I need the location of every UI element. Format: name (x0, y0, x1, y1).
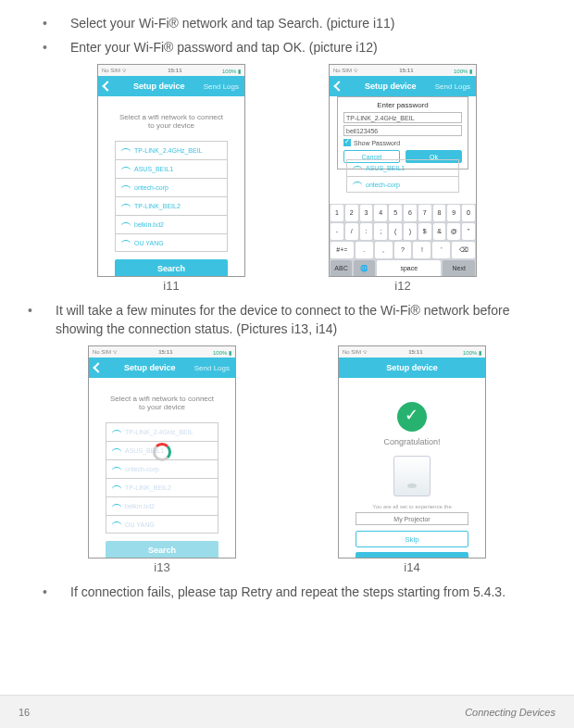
key[interactable]: " (462, 223, 475, 240)
wifi-list: TP-LINK_2.4GHz_BEIL ASUS_BEIL1 ontech-co… (89, 422, 235, 533)
bullet-text: Select your Wi-Fi® network and tap Searc… (70, 15, 552, 33)
send-logs-link[interactable]: Send Logs (204, 82, 239, 91)
wifi-icon (112, 446, 121, 456)
status-time: 15:11 (158, 349, 172, 355)
key[interactable]: 0 (462, 205, 475, 221)
topbar-title: Setup device (346, 82, 435, 91)
key[interactable]: 1 (331, 205, 343, 221)
congrats-subtext: You are all set to experience the (339, 504, 485, 509)
status-battery: 100% ▮ (463, 349, 481, 356)
key[interactable]: $ (418, 223, 431, 240)
back-icon[interactable] (102, 82, 112, 92)
status-left: No SIM ᯤ (102, 68, 128, 73)
key[interactable]: ? (394, 242, 412, 258)
wifi-item: TP-LINK_2.4GHz_BEIL (106, 422, 218, 441)
key[interactable]: ; (374, 223, 387, 240)
key[interactable]: 6 (404, 205, 417, 221)
key-globe[interactable]: 🌐 (354, 260, 375, 277)
onscreen-keyboard[interactable]: 1234567890 -/:;()$&@" #+= .,?!' ⌫ ABC 🌐 … (330, 204, 476, 276)
key[interactable]: 5 (389, 205, 402, 221)
skip-button[interactable]: Skip (356, 531, 468, 547)
caption: i12 (329, 279, 477, 293)
key[interactable]: - (331, 223, 343, 240)
wifi-item[interactable]: ontech-corp (115, 178, 228, 196)
key[interactable]: , (375, 242, 393, 258)
wifi-icon (121, 220, 131, 230)
wifi-icon (353, 180, 362, 189)
wifi-icon (121, 146, 131, 156)
wifi-ssid: TP-LINK_2.4GHz_BEIL (125, 429, 193, 435)
wifi-item[interactable]: ASUS_BEIL1 (115, 159, 228, 178)
key[interactable]: 3 (360, 205, 373, 221)
key[interactable]: ( (389, 223, 402, 240)
send-logs-link[interactable]: Send Logs (194, 364, 230, 372)
key-symbols[interactable]: #+= (331, 242, 354, 258)
wifi-ssid: TP-LINK_BEIL2 (125, 484, 171, 491)
screenshot-i14: No SIM ᯤ 15:11 100% ▮ Setup device Congr… (338, 345, 486, 559)
wifi-item[interactable]: TP-LINK_2.4GHz_BEIL (115, 141, 228, 159)
key[interactable]: 8 (433, 205, 446, 221)
bullet-text: If connection fails, please tap Retry an… (70, 584, 552, 602)
status-battery: 100% ▮ (222, 68, 241, 74)
key-abc[interactable]: ABC (331, 260, 352, 277)
status-bar: No SIM ᯤ 15:11 100% ▮ (89, 346, 235, 358)
caption-row: i11 i12 (22, 279, 552, 293)
wifi-icon (112, 428, 121, 437)
show-password-checkbox[interactable]: Show Password (343, 139, 462, 146)
wifi-item[interactable]: belkin.bd2 (115, 215, 228, 233)
back-icon[interactable] (333, 82, 343, 92)
wifi-ssid: OU YANG (134, 240, 164, 246)
key[interactable]: 4 (374, 205, 387, 221)
page-footer: 16 Connecting Devices (0, 695, 574, 728)
key-next[interactable]: Next (443, 260, 475, 277)
get-started-button[interactable]: Get Started (356, 552, 468, 559)
caption: i13 (88, 560, 236, 574)
wifi-item[interactable]: TP-LINK_BEIL2 (115, 196, 228, 215)
wifi-item[interactable]: OU YANG (115, 233, 228, 252)
wifi-prompt: Select a wifi network to connect to your… (98, 96, 244, 141)
screenshot-i12: No SIM ᯤ 15:11 100% ▮ Setup device Send … (329, 64, 477, 277)
app-topbar: Setup device Send Logs (89, 358, 235, 378)
wifi-ssid: belkin.bd2 (125, 503, 155, 509)
key[interactable]: : (360, 223, 373, 240)
topbar-title: Setup device (344, 363, 480, 372)
send-logs-link[interactable]: Send Logs (435, 82, 470, 91)
key[interactable]: / (345, 223, 358, 240)
key-backspace[interactable]: ⌫ (452, 242, 475, 258)
password-input[interactable]: beil123456 (343, 125, 462, 136)
wifi-icon (353, 164, 362, 173)
caption: i11 (97, 279, 245, 293)
wifi-ssid: ASUS_BEIL1 (134, 166, 173, 172)
key[interactable]: & (433, 223, 446, 240)
dialog-title: Enter password (343, 101, 462, 109)
key[interactable]: ' (432, 242, 450, 258)
key-space[interactable]: space (377, 260, 441, 277)
congrats-text: Congratulation! (339, 437, 485, 446)
status-bar: No SIM ᯤ 15:11 100% ▮ (330, 65, 476, 76)
search-button[interactable]: Search (115, 259, 228, 277)
status-bar: No SIM ᯤ 15:11 100% ▮ (98, 65, 244, 76)
section-title: Connecting Devices (465, 707, 555, 718)
key[interactable]: 2 (345, 205, 358, 221)
key[interactable]: 9 (447, 205, 460, 221)
wifi-item: ontech-corp (106, 459, 218, 478)
screenshot-row: No SIM ᯤ 15:11 100% ▮ Setup device Send … (22, 64, 552, 277)
wifi-ssid: ontech-corp (134, 184, 168, 191)
key[interactable]: ! (413, 242, 430, 258)
wifi-item[interactable]: ontech-corp (346, 176, 459, 193)
screenshot-i13: No SIM ᯤ 15:11 100% ▮ Setup device Send … (88, 345, 236, 559)
search-button: Search (106, 541, 218, 559)
status-left: No SIM ᯤ (333, 68, 359, 73)
wifi-ssid: TP-LINK_2.4GHz_BEIL (134, 147, 203, 154)
device-name-input[interactable]: My Projector (356, 512, 468, 525)
bullet-marker: • (43, 15, 70, 33)
wifi-item[interactable]: ASUS_BEIL1 (346, 159, 459, 176)
bullet-item: • It will take a few minutes for the dev… (28, 302, 552, 338)
key[interactable]: . (356, 242, 373, 258)
key[interactable]: 7 (418, 205, 431, 221)
key[interactable]: ) (404, 223, 417, 240)
back-icon[interactable] (93, 363, 103, 373)
caption: i14 (338, 560, 486, 574)
bullet-item: • Enter your Wi-Fi® password and tap OK.… (43, 39, 552, 57)
key[interactable]: @ (447, 223, 460, 240)
